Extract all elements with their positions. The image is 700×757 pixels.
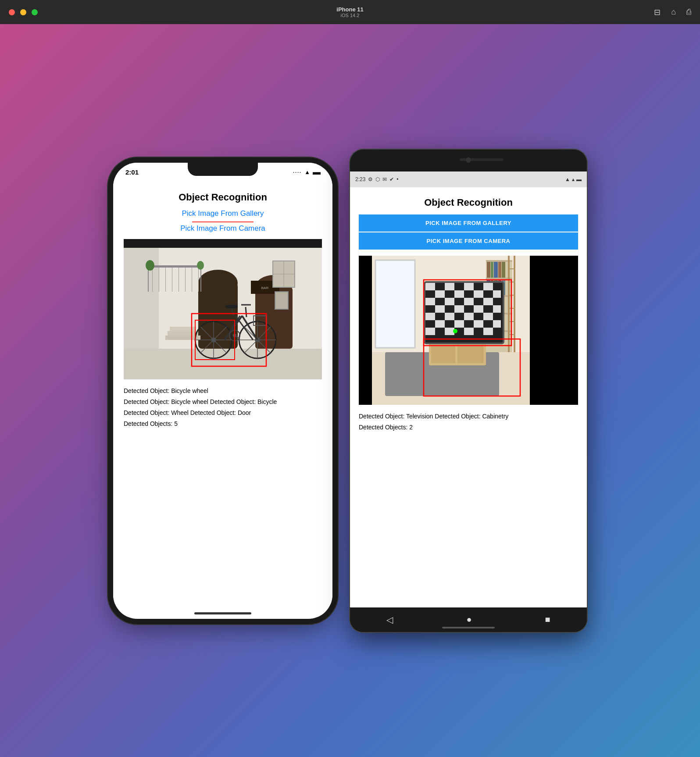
- svg-rect-105: [445, 298, 454, 305]
- svg-rect-47: [225, 305, 238, 308]
- svg-rect-104: [425, 298, 435, 305]
- svg-rect-16: [192, 268, 192, 292]
- svg-rect-17: [198, 268, 199, 292]
- ios-gallery-underline: [192, 221, 254, 222]
- android-gallery-btn[interactable]: PICK IMAGE FROM GALLERY: [359, 214, 578, 232]
- ios-scene-svg: BAR: [124, 239, 322, 379]
- android-bottom-bar: [442, 627, 495, 628]
- svg-rect-119: [493, 320, 501, 328]
- svg-rect-11: [159, 268, 159, 292]
- svg-rect-20: [168, 331, 198, 336]
- svg-point-125: [453, 329, 457, 333]
- svg-rect-121: [445, 328, 454, 335]
- svg-rect-112: [425, 313, 435, 320]
- svg-rect-103: [493, 290, 501, 298]
- svg-rect-106: [464, 298, 474, 305]
- mac-device-title: iPhone 11 iOS 14.2: [0, 6, 700, 18]
- svg-point-24: [146, 260, 154, 271]
- home-icon[interactable]: ⌂: [671, 7, 676, 17]
- svg-rect-18: [124, 349, 322, 379]
- detection-3: Detected Object: Wheel Detected Object: …: [124, 407, 322, 418]
- svg-rect-70: [491, 262, 493, 278]
- detection-4: Detected Objects: 5: [124, 418, 322, 429]
- android-status-bar: 2:23 ⚙ ⬡ ✉ ✔ • ▲ ▴ ▬: [350, 171, 587, 187]
- svg-rect-69: [487, 262, 490, 278]
- svg-text:BAR: BAR: [261, 286, 269, 290]
- android-status-right: ▲ ▴ ▬: [565, 176, 582, 182]
- mac-subtitle-text: iOS 14.2: [0, 13, 700, 18]
- svg-rect-73: [502, 262, 505, 278]
- iphone-device: 2:01 ···· ▲ ▬ Object Recognition Pick Im…: [113, 163, 332, 619]
- svg-rect-116: [435, 320, 445, 328]
- svg-rect-96: [425, 283, 435, 290]
- svg-rect-113: [445, 313, 454, 320]
- iphone-status-icons: ···· ▲ ▬: [293, 168, 320, 177]
- signal-dots: ····: [293, 170, 302, 175]
- svg-rect-61: [375, 260, 415, 348]
- mac-toolbar-icons: ⊟ ⌂ ⎙: [654, 7, 691, 17]
- svg-rect-93: [457, 346, 484, 363]
- svg-rect-111: [493, 305, 501, 313]
- mac-dot-green[interactable]: [32, 9, 38, 15]
- svg-rect-102: [474, 290, 483, 298]
- android-home-btn[interactable]: ●: [466, 614, 471, 625]
- svg-rect-98: [464, 283, 474, 290]
- android-back-btn[interactable]: ◁: [386, 614, 393, 625]
- svg-rect-99: [483, 283, 493, 290]
- android-image-area: [359, 256, 578, 405]
- iphone-time: 2:01: [125, 168, 139, 176]
- gear-icon: ⚙: [368, 176, 373, 182]
- android-signal-icon: ▴: [572, 176, 575, 182]
- shield-icon: ⬡: [375, 176, 380, 182]
- svg-rect-7: [148, 265, 200, 268]
- svg-line-48: [246, 307, 246, 317]
- ios-camera-link[interactable]: Pick Image From Camera: [124, 224, 322, 233]
- iphone-home-bar[interactable]: [194, 612, 251, 614]
- android-camera-btn[interactable]: PICK IMAGE FROM CAMERA: [359, 232, 578, 250]
- android-scene-svg: [359, 256, 578, 405]
- svg-rect-97: [445, 283, 454, 290]
- svg-rect-117: [454, 320, 464, 328]
- svg-rect-101: [454, 290, 464, 298]
- mac-title-text: iPhone 11: [336, 6, 363, 13]
- svg-rect-72: [498, 262, 501, 278]
- dot-icon: •: [396, 176, 398, 182]
- android-detections: Detected Object: Television Detected Obj…: [359, 409, 578, 435]
- mail-icon: ✉: [382, 176, 387, 182]
- android-detection-1: Detected Object: Television Detected Obj…: [359, 411, 578, 422]
- wifi-icon: ▲: [304, 169, 310, 175]
- mac-dot-yellow[interactable]: [20, 9, 26, 15]
- android-screen: 2:23 ⚙ ⬡ ✉ ✔ • ▲ ▴ ▬ Object Recognition …: [350, 171, 587, 607]
- svg-rect-12: [165, 268, 166, 292]
- android-device: 2:23 ⚙ ⬡ ✉ ✔ • ▲ ▴ ▬ Object Recognition …: [350, 150, 587, 632]
- android-app-title: Object Recognition: [359, 197, 578, 208]
- rotate-icon[interactable]: ⎙: [686, 7, 691, 17]
- android-battery-icon: ▬: [576, 176, 582, 182]
- svg-rect-14: [179, 268, 179, 292]
- android-app-content: Object Recognition PICK IMAGE FROM GALLE…: [350, 187, 587, 607]
- mac-titlebar: iPhone 11 iOS 14.2 ⊟ ⌂ ⎙: [0, 0, 700, 24]
- iphone-image-area: BAR: [124, 239, 322, 379]
- svg-rect-100: [435, 290, 445, 298]
- detection-1: Detected Object: Bicycle wheel: [124, 386, 322, 396]
- svg-rect-13: [172, 268, 172, 292]
- svg-rect-118: [474, 320, 483, 328]
- android-detection-2: Detected Objects: 2: [359, 422, 578, 433]
- check-icon: ✔: [389, 176, 394, 182]
- android-time: 2:23: [355, 176, 365, 182]
- mac-dot-red[interactable]: [9, 9, 15, 15]
- svg-rect-114: [464, 313, 474, 320]
- android-wifi-icon: ▲: [565, 176, 570, 182]
- screenshot-icon[interactable]: ⊟: [654, 7, 661, 17]
- android-status-left: 2:23 ⚙ ⬡ ✉ ✔ •: [355, 176, 399, 182]
- svg-rect-110: [474, 305, 483, 313]
- ios-gallery-link[interactable]: Pick Image From Gallery: [124, 209, 322, 218]
- svg-rect-109: [454, 305, 464, 313]
- svg-rect-115: [483, 313, 493, 320]
- android-recent-btn[interactable]: ■: [545, 614, 550, 625]
- svg-rect-123: [483, 328, 493, 335]
- iphone-detections: Detected Object: Bicycle wheel Detected …: [124, 384, 322, 432]
- svg-point-25: [197, 261, 204, 270]
- svg-point-4: [198, 270, 238, 296]
- svg-rect-29: [275, 292, 288, 309]
